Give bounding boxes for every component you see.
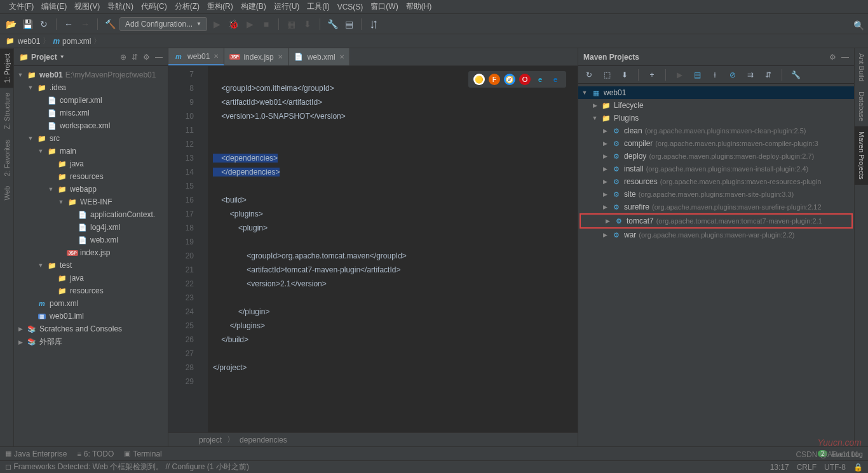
opera-icon[interactable]: O: [519, 74, 531, 85]
menu-item[interactable]: 文件(F): [5, 1, 37, 12]
close-icon[interactable]: ✕: [214, 53, 219, 60]
tree-item[interactable]: ▶📚外部库: [14, 335, 168, 349]
tree-item[interactable]: 📄web.xml: [14, 234, 168, 246]
collapse-icon[interactable]: ⇵: [132, 53, 138, 62]
collapse-all-icon[interactable]: ⇵: [761, 68, 775, 82]
attach-icon[interactable]: ⬇: [301, 17, 315, 31]
maven-plugin-item[interactable]: ▶⚙tomcat7 (org.apache.tomcat.maven:tomca…: [580, 213, 853, 229]
tree-item[interactable]: 📁resources: [14, 170, 168, 183]
right-strip-tab[interactable]: Database: [855, 86, 868, 126]
menu-item[interactable]: 运行(U): [270, 1, 304, 12]
locate-icon[interactable]: ⊕: [120, 53, 126, 62]
stop-icon[interactable]: ■: [259, 17, 273, 31]
tree-item[interactable]: ▼📁web01 E:\myMavenProject\web01: [14, 69, 168, 81]
menu-item[interactable]: 导航(N): [104, 1, 137, 12]
tree-item[interactable]: ▼📁test: [14, 259, 168, 272]
menu-item[interactable]: VCS(S): [334, 3, 367, 11]
tree-item[interactable]: 📄applicationContext.: [14, 208, 168, 221]
tree-item[interactable]: mpom.xml: [14, 297, 168, 310]
bot-tab-javaee[interactable]: ▦ Java Enterprise: [5, 450, 67, 458]
run-icon[interactable]: ▶: [210, 17, 224, 31]
coverage-icon[interactable]: ▶: [243, 17, 257, 31]
search-icon[interactable]: 🔍: [853, 20, 864, 30]
profiler-icon[interactable]: ▦: [284, 17, 298, 31]
open-icon[interactable]: 📂: [4, 17, 18, 31]
maven-plugin-item[interactable]: ▶⚙install (org.apache.maven.plugins:mave…: [578, 163, 854, 175]
code-content[interactable]: <groupId>com.itheima</groupId> <artifact…: [208, 66, 578, 432]
safari-icon[interactable]: 🧭: [504, 74, 515, 85]
maven-settings-icon[interactable]: 🔧: [789, 68, 803, 82]
bot-tab-terminal[interactable]: ▣ Terminal: [124, 450, 161, 458]
code-editor[interactable]: 7891011121314151617181920212223242526272…: [168, 66, 578, 432]
gear-icon[interactable]: ⚙: [143, 53, 150, 62]
hide-icon[interactable]: —: [155, 53, 163, 62]
left-strip-tab[interactable]: Z: Structure: [0, 88, 13, 134]
save-icon[interactable]: 💾: [20, 17, 34, 31]
run-maven-icon[interactable]: ▶: [672, 68, 686, 82]
project-panel-title[interactable]: 📁 Project ▼: [19, 53, 116, 62]
sync-icon[interactable]: ↻: [37, 17, 51, 31]
structure-icon[interactable]: ▤: [342, 17, 356, 31]
maven-plugin-item[interactable]: ▶⚙compiler (org.apache.maven.plugins:mav…: [578, 137, 854, 150]
menu-item[interactable]: 帮助(H): [402, 1, 436, 12]
bot-tab-todo[interactable]: ≡ 6: TODO: [77, 450, 114, 458]
maven-root[interactable]: ▼▦web01: [578, 86, 854, 99]
tree-item[interactable]: ▶📚Scratches and Consoles: [14, 323, 168, 335]
generate-icon[interactable]: ⬚: [600, 68, 614, 82]
close-icon[interactable]: ✕: [339, 53, 344, 60]
settings-icon[interactable]: 🔧: [325, 17, 339, 31]
project-tree[interactable]: ▼📁web01 E:\myMavenProject\web01▼📁.idea📄c…: [14, 66, 168, 446]
fold-gutter[interactable]: [199, 66, 208, 432]
hide-icon[interactable]: —: [841, 53, 849, 62]
execute-icon[interactable]: ▤: [690, 68, 704, 82]
editor-tab[interactable]: mweb01✕: [168, 48, 224, 65]
menu-item[interactable]: 视图(V): [71, 1, 104, 12]
tree-item[interactable]: 📁java: [14, 272, 168, 284]
gear-icon[interactable]: ⚙: [829, 53, 836, 62]
breadcrumb-file[interactable]: m pom.xml: [53, 37, 91, 46]
add-icon[interactable]: +: [645, 68, 659, 82]
maven-plugin-item[interactable]: ▶⚙clean (org.apache.maven.plugins:maven-…: [578, 124, 854, 137]
maven-plugins[interactable]: ▼📁Plugins: [578, 112, 854, 124]
run-config-dropdown[interactable]: Add Configuration...▼: [119, 17, 207, 31]
maven-plugin-item[interactable]: ▶⚙surefire (org.apache.maven.plugins:mav…: [578, 201, 854, 213]
left-strip-tab[interactable]: Web: [0, 181, 13, 205]
maven-tree[interactable]: ▼▦web01▶📁Lifecycle▼📁Plugins▶⚙clean (org.…: [578, 84, 854, 446]
tree-item[interactable]: 📁resources: [14, 284, 168, 297]
tree-item[interactable]: 📄workspace.xml: [14, 119, 168, 132]
toggle-offline-icon[interactable]: ⫲: [708, 68, 722, 82]
maven-plugin-item[interactable]: ▶⚙war (org.apache.maven.plugins:maven-wa…: [578, 229, 854, 241]
menu-item[interactable]: 重构(R): [203, 1, 237, 12]
status-lock-icon[interactable]: 🔒: [853, 463, 863, 472]
ie-icon[interactable]: e: [534, 74, 546, 85]
menu-item[interactable]: 编辑(E): [37, 1, 71, 12]
tree-item[interactable]: 📄misc.xml: [14, 107, 168, 119]
crumb-project[interactable]: project: [199, 436, 222, 444]
tree-item[interactable]: 📄compiler.xml: [14, 94, 168, 107]
vcs-icon[interactable]: ⮃: [367, 17, 381, 31]
tree-item[interactable]: JSPindex.jsp: [14, 246, 168, 259]
tree-item[interactable]: 📁java: [14, 157, 168, 170]
maven-plugin-item[interactable]: ▶⚙deploy (org.apache.maven.plugins:maven…: [578, 150, 854, 163]
menu-item[interactable]: 工具(I): [303, 1, 333, 12]
build-icon[interactable]: 🔨: [103, 17, 117, 31]
menu-item[interactable]: 代码(C): [137, 1, 171, 12]
tree-item[interactable]: ▼📁webapp: [14, 183, 168, 196]
breadcrumb-root[interactable]: 📁web01: [5, 36, 40, 46]
debug-icon[interactable]: 🐞: [226, 17, 240, 31]
status-sep[interactable]: CRLF: [797, 463, 817, 472]
editor-tab[interactable]: JSPindex.jsp✕: [224, 48, 288, 65]
firefox-icon[interactable]: F: [489, 74, 500, 85]
chrome-icon[interactable]: 🟡: [473, 74, 485, 85]
status-enc[interactable]: UTF-8: [824, 463, 846, 472]
back-icon[interactable]: ←: [62, 17, 76, 31]
download-icon[interactable]: ⬇: [618, 68, 632, 82]
tree-item[interactable]: ▦web01.iml: [14, 310, 168, 323]
forward-icon[interactable]: →: [78, 17, 92, 31]
tree-item[interactable]: ▼📁main: [14, 145, 168, 157]
maven-plugin-item[interactable]: ▶⚙site (org.apache.maven.plugins:maven-s…: [578, 188, 854, 201]
maven-plugin-item[interactable]: ▶⚙resources (org.apache.maven.plugins:ma…: [578, 175, 854, 188]
editor-tab[interactable]: 📄web.xml✕: [288, 48, 350, 65]
right-strip-tab[interactable]: Ant Build: [855, 48, 868, 86]
menu-item[interactable]: 窗口(W): [367, 1, 402, 12]
